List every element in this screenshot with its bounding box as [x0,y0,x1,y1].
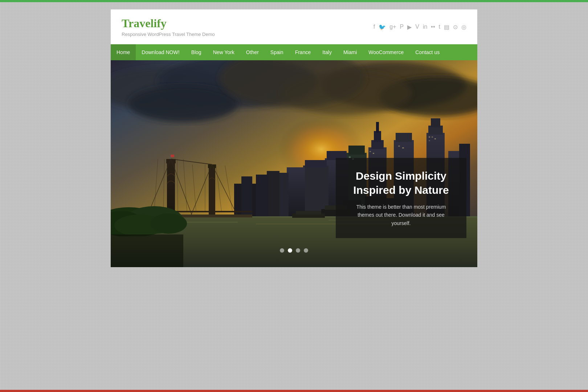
instagram-icon[interactable]: ▤ [444,24,449,30]
nav-new-york[interactable]: New York [207,44,240,60]
facebook-icon[interactable]: f [373,24,375,30]
svg-rect-52 [209,167,215,216]
hero-description: This theme is better than most premium t… [348,203,454,227]
svg-rect-33 [267,171,279,216]
slide-dot-1[interactable] [280,248,284,253]
svg-rect-20 [396,133,412,142]
nav-download[interactable]: Download NOW! [136,44,185,60]
nav-other[interactable]: Other [240,44,265,60]
svg-rect-36 [241,176,252,216]
page-wrapper: Travelify Responsive WordPress Travel Th… [111,2,477,267]
svg-rect-43 [429,140,430,141]
nav-home[interactable]: Home [111,44,136,60]
svg-rect-78 [111,234,183,267]
svg-point-4 [129,86,238,122]
svg-rect-31 [287,167,305,216]
svg-rect-49 [402,147,404,148]
svg-rect-40 [429,136,430,138]
site-title[interactable]: Travelify [122,17,215,30]
svg-rect-45 [373,153,374,154]
svg-rect-16 [431,118,440,127]
social-icons-group: f 🐦 g+ P ▶ V in •• t ▤ ⊙ ◎ [373,24,466,30]
vimeo-icon[interactable]: V [415,24,419,30]
github-icon[interactable]: ◎ [461,24,466,30]
svg-rect-26 [348,146,365,155]
svg-point-73 [151,213,187,234]
svg-rect-44 [369,151,371,152]
slide-dot-4[interactable] [304,248,308,253]
svg-rect-24 [376,122,379,133]
nav-italy[interactable]: Italy [317,44,338,60]
hero-section: Design Simplicity Inspired by Nature Thi… [111,60,477,267]
svg-rect-79 [170,155,171,159]
googleplus-icon[interactable]: g+ [389,24,396,30]
main-nav: Home Download NOW! Blog New York Other S… [111,44,477,60]
rss-icon[interactable]: ⊙ [453,24,458,30]
nav-miami[interactable]: Miami [338,44,363,60]
slide-dot-3[interactable] [296,248,300,253]
svg-rect-29 [303,166,328,216]
logo-area: Travelify Responsive WordPress Travel Th… [122,17,215,37]
slide-dot-2[interactable] [288,248,292,253]
svg-rect-34 [256,175,269,216]
nav-france[interactable]: France [289,44,317,60]
nav-woocommerce[interactable]: WooCommerce [363,44,409,60]
svg-rect-48 [398,146,400,147]
svg-rect-30 [305,160,327,167]
site-subtitle: Responsive WordPress Travel Theme Demo [122,32,215,37]
svg-rect-42 [434,138,436,139]
bottom-accent-bar [0,390,588,392]
tumblr-icon[interactable]: t [439,24,440,30]
svg-rect-77 [296,211,321,215]
slide-dots [280,248,308,253]
hero-title: Design Simplicity Inspired by Nature [348,169,454,197]
nav-blog[interactable]: Blog [185,44,207,60]
nav-contact[interactable]: Contact us [409,44,445,60]
hero-text-box: Design Simplicity Inspired by Nature Thi… [336,158,466,238]
svg-rect-80 [171,155,174,157]
youtube-icon[interactable]: ▶ [407,24,412,30]
svg-rect-41 [432,136,433,138]
nav-spain[interactable]: Spain [265,44,289,60]
linkedin-icon[interactable]: in [423,24,427,30]
site-header: Travelify Responsive WordPress Travel Th… [111,9,477,44]
twitter-icon[interactable]: 🐦 [379,24,386,30]
pinterest-icon[interactable]: P [400,24,404,30]
flickr-icon[interactable]: •• [431,24,435,30]
